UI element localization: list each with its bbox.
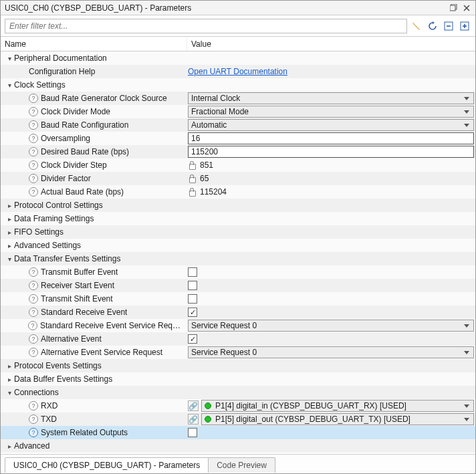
tree-item-config-help[interactable]: Configuration Help Open UART Documentati… — [1, 65, 475, 78]
help-icon[interactable]: ? — [28, 321, 37, 330]
readonly-value: 115204 — [200, 187, 227, 197]
desired-baud-input[interactable]: 115200 — [188, 146, 474, 158]
tx-buf-checkbox[interactable] — [188, 267, 197, 277]
link-icon[interactable]: 🔗 — [188, 400, 199, 411]
tree-group-connections[interactable]: ▾Connections — [1, 386, 475, 399]
tree-group-data-buffer-events[interactable]: ▸Data Buffer Events Settings — [1, 372, 475, 386]
help-icon[interactable]: ? — [29, 134, 38, 143]
filter-input[interactable] — [5, 19, 407, 33]
tree-item-oversampling[interactable]: ?Oversampling 16 — [1, 132, 475, 145]
parameter-tree: ▾Peripheral Documentation Configuration … — [1, 51, 475, 454]
tab-code-preview[interactable]: Code Preview — [208, 457, 275, 473]
rx-start-checkbox[interactable] — [188, 281, 197, 290]
tree-item-tx-buf[interactable]: ?Transmit Buffer Event — [1, 265, 475, 279]
help-icon[interactable]: ? — [29, 267, 38, 277]
help-icon[interactable]: ? — [29, 401, 38, 410]
tree-item-actual-baud: ?Actual Baud Rate (bps) 115204 — [1, 185, 475, 199]
tree-group-clock-settings[interactable]: ▾Clock Settings — [1, 78, 475, 92]
help-icon[interactable]: ? — [29, 94, 38, 103]
std-rx-checkbox[interactable] — [188, 308, 197, 317]
clk-div-mode-select[interactable]: Fractional Mode — [188, 106, 474, 118]
tree-item-div-factor: ?Divider Factor 65 — [1, 172, 475, 185]
lock-icon — [188, 174, 196, 183]
tree-item-sys-outputs[interactable]: ?System Related Outputs — [1, 426, 475, 439]
help-icon[interactable]: ? — [29, 107, 38, 116]
filter-bar — [1, 15, 475, 37]
help-icon[interactable]: ? — [29, 147, 38, 156]
help-icon[interactable]: ? — [29, 334, 38, 344]
uart-doc-link[interactable]: Open UART Documentation — [188, 67, 287, 76]
chevron-down-icon[interactable]: ▾ — [5, 53, 14, 63]
tree-item-std-rx-srq[interactable]: ?Standard Receive Event Service Request … — [1, 319, 475, 332]
baud-rate-cfg-select[interactable]: Automatic — [188, 119, 474, 131]
close-icon[interactable] — [462, 3, 471, 13]
chevron-right-icon[interactable]: ▸ — [5, 241, 14, 250]
tree-item-rx-start[interactable]: ?Receiver Start Event — [1, 279, 475, 292]
tree-group-data-transfer[interactable]: ▾Data Transfer Events Settings — [1, 252, 475, 265]
tree-item-alt-evt[interactable]: ?Alternative Event — [1, 332, 475, 346]
alt-evt-checkbox[interactable] — [188, 334, 197, 344]
chevron-right-icon[interactable]: ▸ — [5, 201, 14, 210]
tree-item-baud-gen-src[interactable]: ?Baud Rate Generator Clock Source Intern… — [1, 92, 475, 105]
help-icon[interactable]: ? — [29, 174, 38, 183]
title-bar: USIC0_CH0 (CYBSP_DEBUG_UART) - Parameter… — [1, 1, 475, 15]
tree-item-desired-baud[interactable]: ?Desired Baud Rate (bps) 115200 — [1, 145, 475, 158]
tree-group-peripheral-doc[interactable]: ▾Peripheral Documentation — [1, 51, 475, 65]
help-icon[interactable]: ? — [29, 308, 38, 317]
help-icon[interactable]: ? — [29, 348, 38, 357]
status-led-icon — [205, 402, 211, 409]
rxd-select[interactable]: P1[4] digital_in (CYBSP_DEBUG_UART_RX) [… — [201, 400, 474, 412]
chevron-right-icon[interactable]: ▸ — [5, 361, 14, 370]
help-icon[interactable]: ? — [29, 120, 38, 130]
chevron-right-icon[interactable]: ▸ — [5, 214, 14, 223]
readonly-value: 65 — [200, 174, 209, 183]
tree-item-txd[interactable]: ?TXD 🔗 P1[5] digital_out (CYBSP_DEBUG_UA… — [1, 412, 475, 426]
chevron-right-icon[interactable]: ▸ — [5, 441, 14, 451]
tree-group-protocol-events[interactable]: ▸Protocol Events Settings — [1, 359, 475, 372]
chevron-down-icon[interactable]: ▾ — [5, 254, 14, 263]
tab-parameters[interactable]: USIC0_CH0 (CYBSP_DEBUG_UART) - Parameter… — [5, 457, 209, 473]
chevron-right-icon[interactable]: ▸ — [5, 227, 14, 237]
tree-group-fifo[interactable]: ▸FIFO Settings — [1, 225, 475, 239]
help-icon[interactable]: ? — [29, 414, 38, 424]
tree-group-advanced[interactable]: ▸Advanced — [1, 439, 475, 453]
tree-item-baud-rate-cfg[interactable]: ?Baud Rate Configuration Automatic — [1, 118, 475, 132]
chevron-down-icon[interactable]: ▾ — [5, 80, 14, 90]
tree-item-rxd[interactable]: ?RXD 🔗 P1[4] digital_in (CYBSP_DEBUG_UAR… — [1, 399, 475, 412]
column-value-header[interactable]: Value — [187, 37, 475, 51]
alt-evt-srq-select[interactable]: Service Request 0 — [188, 346, 474, 358]
collapse-all-icon[interactable] — [442, 19, 455, 33]
lock-icon — [188, 161, 196, 169]
help-icon[interactable]: ? — [29, 187, 38, 197]
tree-group-data-framing[interactable]: ▸Data Framing Settings — [1, 212, 475, 225]
tree-item-std-rx[interactable]: ?Standard Receive Event — [1, 306, 475, 319]
clear-filter-icon[interactable] — [410, 19, 423, 33]
help-icon[interactable]: ? — [29, 160, 38, 170]
tree-item-clk-div-mode[interactable]: ?Clock Divider Mode Fractional Mode — [1, 105, 475, 118]
chevron-down-icon[interactable]: ▾ — [5, 388, 14, 397]
help-icon[interactable]: ? — [29, 294, 38, 304]
window-title: USIC0_CH0 (CYBSP_DEBUG_UART) - Parameter… — [5, 3, 191, 13]
tree-item-clk-div-step: ?Clock Divider Step 851 — [1, 158, 475, 172]
link-icon[interactable]: 🔗 — [188, 414, 199, 425]
baud-gen-src-select[interactable]: Internal Clock — [188, 92, 474, 104]
status-led-icon — [205, 416, 211, 423]
sys-outputs-checkbox[interactable] — [188, 428, 197, 437]
tree-group-protocol-ctrl[interactable]: ▸Protocol Control Settings — [1, 199, 475, 212]
help-icon[interactable]: ? — [29, 281, 38, 290]
svg-rect-1 — [450, 5, 455, 11]
restore-icon[interactable] — [449, 3, 458, 13]
readonly-value: 851 — [200, 160, 213, 170]
tree-group-advanced-settings[interactable]: ▸Advanced Settings — [1, 239, 475, 252]
refresh-icon[interactable] — [426, 19, 439, 33]
txd-select[interactable]: P1[5] digital_out (CYBSP_DEBUG_UART_TX) … — [201, 413, 474, 425]
oversampling-input[interactable]: 16 — [188, 132, 474, 144]
help-icon[interactable]: ? — [29, 428, 38, 437]
column-name-header[interactable]: Name — [1, 37, 187, 51]
std-rx-srq-select[interactable]: Service Request 0 — [188, 320, 474, 332]
chevron-right-icon[interactable]: ▸ — [5, 374, 14, 384]
expand-all-icon[interactable] — [458, 19, 471, 33]
tree-item-alt-evt-srq[interactable]: ?Alternative Event Service Request Servi… — [1, 346, 475, 359]
tx-shift-checkbox[interactable] — [188, 294, 197, 304]
tree-item-tx-shift[interactable]: ?Transmit Shift Event — [1, 292, 475, 306]
